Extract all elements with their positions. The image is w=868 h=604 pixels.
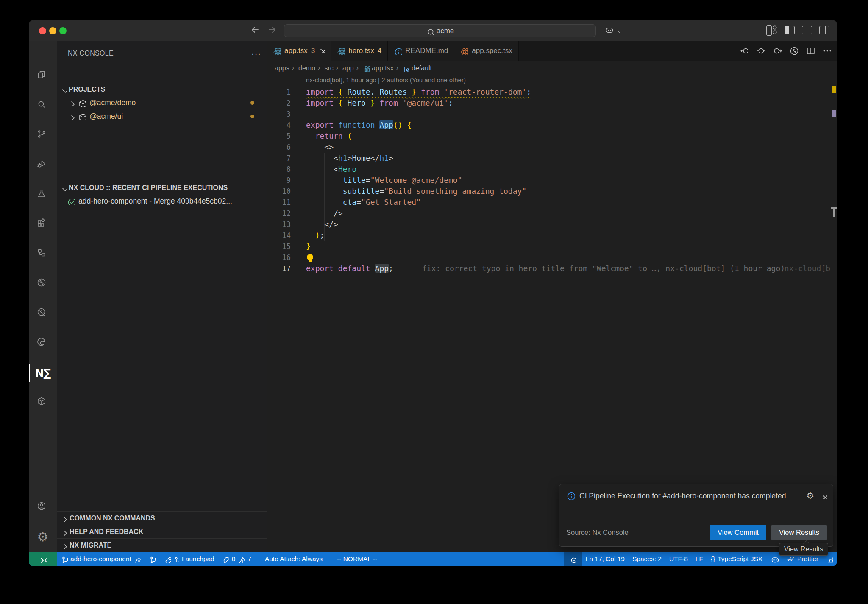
react-icon [460, 47, 468, 55]
overview-ruler[interactable] [831, 76, 837, 552]
sidebar-item-testing[interactable] [29, 180, 57, 210]
cursor-position-status[interactable]: Ln 17, Col 19 [582, 552, 629, 566]
history-back-icon[interactable] [250, 25, 262, 36]
more-actions-icon[interactable]: ··· [251, 49, 261, 59]
problems-status[interactable]: 0 7 [218, 552, 255, 566]
breadcrumb-item[interactable]: app.tsx [356, 64, 394, 73]
window-minimize-button[interactable] [49, 27, 56, 34]
remote-indicator[interactable] [29, 552, 57, 566]
breadcrumb-item[interactable]: src [317, 64, 334, 73]
projects-section-header[interactable]: PROJECTS [57, 83, 267, 96]
breadcrumb-item[interactable]: demo [291, 64, 315, 73]
tab-hero-tsx[interactable]: hero.tsx 4 [331, 41, 388, 61]
indentation-status[interactable]: Spaces: 2 [629, 552, 665, 566]
eol-status[interactable]: LF [692, 552, 707, 566]
info-icon [394, 47, 402, 55]
react-icon [337, 47, 345, 55]
auto-attach-status[interactable]: Auto Attach: Always [261, 552, 326, 566]
tab-app-tsx[interactable]: app.tsx 3 [267, 41, 331, 61]
tab-app-spec-tsx[interactable]: app.spec.tsx [454, 41, 518, 61]
run-pipeline-icon[interactable] [789, 46, 800, 56]
sidebar-item-ci-pipeline[interactable] [29, 269, 57, 299]
symbol-icon [403, 65, 410, 72]
check-circle-icon [67, 197, 75, 205]
toggle-primary-sidebar-icon[interactable] [785, 26, 795, 34]
sidebar-item-nx-console[interactable]: N∑ [29, 358, 57, 388]
more-actions-icon[interactable] [822, 46, 833, 56]
copilot-menu[interactable] [604, 25, 621, 35]
lightbulb-icon[interactable] [307, 254, 313, 260]
modified-dot [250, 101, 254, 105]
pipeline-icon [36, 277, 50, 291]
toggle-panel-icon[interactable] [802, 26, 812, 34]
extensions-icon [36, 218, 50, 231]
command-center-search[interactable]: acme [284, 24, 596, 37]
zoom-indicator[interactable] [564, 552, 582, 566]
sidebar-item-extensions[interactable] [29, 210, 57, 239]
split-editor-icon[interactable] [806, 46, 816, 56]
sidebar-item-gitlens[interactable] [29, 299, 57, 328]
view-results-button[interactable]: View Results [771, 525, 827, 540]
double-check-icon: ✓✓ [787, 555, 792, 563]
accounts-button[interactable] [29, 492, 57, 522]
editor-nav-back-icon[interactable] [740, 46, 750, 56]
edge-browser-icon [36, 337, 50, 350]
tab-bar: app.tsx 3 hero.tsx 4 README.md app.spec.… [267, 41, 837, 61]
line-number: 14 [267, 230, 291, 241]
editor-nav-forward-icon[interactable] [773, 46, 783, 56]
sidebar-item-run-debug[interactable] [29, 150, 57, 180]
remote-icon [39, 555, 47, 563]
close-icon[interactable] [820, 492, 827, 499]
code-line-16: 16 [267, 252, 837, 263]
close-icon[interactable] [318, 47, 325, 55]
sidebar-item-containers[interactable] [29, 388, 57, 417]
code-line-4: 4export function App() { [267, 120, 837, 131]
launchpad-button[interactable]: Launchpad [160, 552, 218, 566]
codelens-blame[interactable]: nx-cloud[bot], 1 hour ago | 2 authors (Y… [306, 76, 466, 87]
search-value: acme [437, 27, 454, 35]
sidebar-item-search[interactable] [29, 91, 57, 120]
line-number: 16 [267, 252, 291, 263]
notification-settings-icon[interactable]: ⚙ [806, 491, 814, 500]
sidebar-item-source-control[interactable] [29, 120, 57, 150]
breadcrumb-item[interactable]: apps [275, 64, 289, 72]
language-mode-status[interactable]: {} TypeScript JSX [707, 552, 766, 566]
sidebar-item-edge[interactable] [29, 328, 57, 358]
encoding-status[interactable]: UTF-8 [665, 552, 692, 566]
zoom-out-icon [569, 556, 576, 563]
code-line-9: 9 title="Welcome @acme/demo" [267, 175, 837, 186]
section-nx-migrate[interactable]: NX MIGRATE [57, 538, 267, 552]
warnings-icon [238, 556, 245, 563]
section-common-nx-commands[interactable]: COMMON NX COMMANDS [57, 511, 267, 525]
settings-button[interactable]: ⚙ [29, 522, 57, 552]
view-commit-button[interactable]: View Commit [710, 525, 766, 540]
ruler-highlight-mark [832, 110, 836, 117]
git-branch-status[interactable]: add-hero-component [57, 552, 145, 566]
sidebar-title: NX CONSOLE [68, 50, 251, 57]
project-item-acme-ui[interactable]: @acme/ui [57, 109, 267, 123]
breadcrumb-item[interactable]: app [335, 64, 354, 73]
code-editor[interactable]: nx-cloud[bot], 1 hour ago | 2 authors (Y… [267, 76, 837, 552]
line-number: 3 [267, 109, 291, 120]
pipeline-execution-item[interactable]: add-hero-component - Merge 409b44e5cb02.… [57, 194, 267, 208]
code-line-7: 7 <h1>Home</h1> [267, 153, 837, 164]
tab-readme-md[interactable]: README.md [388, 41, 454, 61]
section-help-and-feedback[interactable]: HELP AND FEEDBACK [57, 525, 267, 538]
customize-layout-icon[interactable] [766, 25, 777, 35]
code-line-8: 8 <Hero [267, 164, 837, 175]
git-graph-button[interactable] [145, 552, 160, 566]
project-item-acme-demo[interactable]: @acme/demo [57, 96, 267, 109]
chevron-down-icon [616, 28, 621, 33]
breadcrumb-item[interactable]: default [395, 64, 432, 73]
editor-nav-icon[interactable] [756, 46, 767, 56]
window-zoom-button[interactable] [59, 27, 67, 34]
history-forward-icon[interactable] [267, 25, 279, 36]
modified-dot [250, 115, 254, 118]
text-cursor [389, 264, 389, 273]
window-close-button[interactable] [39, 27, 46, 34]
nx-cloud-section-header[interactable]: NX CLOUD :: RECENT CI PIPELINE EXECUTION… [57, 182, 267, 194]
toggle-secondary-sidebar-icon[interactable] [819, 26, 829, 34]
ruler-warning-mark [832, 86, 836, 93]
sidebar-item-explorer[interactable] [29, 61, 57, 91]
sidebar-item-project-structure[interactable] [29, 239, 57, 269]
